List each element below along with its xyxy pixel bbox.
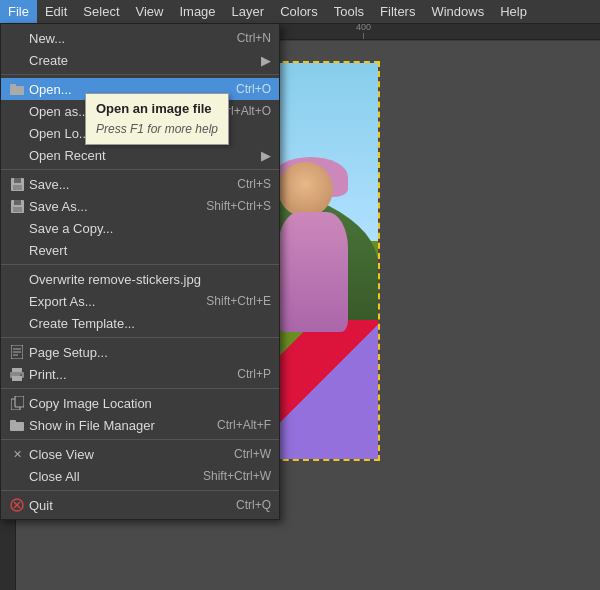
ruler-mark-400: 400 xyxy=(356,24,371,39)
save-shortcut: Ctrl+S xyxy=(237,177,271,191)
tooltip-hint: Press F1 for more help xyxy=(96,120,218,139)
show-manager-icon xyxy=(7,419,27,431)
create-arrow: ▶ xyxy=(261,53,271,68)
overwrite-label: Overwrite remove-stickers.jpg xyxy=(29,272,271,287)
menu-item-new[interactable]: New... Ctrl+N xyxy=(1,27,279,49)
show-manager-label: Show in File Manager xyxy=(29,418,197,433)
svg-rect-7 xyxy=(13,207,22,212)
menu-file[interactable]: File xyxy=(0,0,37,23)
open-recent-label: Open Recent xyxy=(29,148,256,163)
menu-select[interactable]: Select xyxy=(75,0,127,23)
svg-rect-19 xyxy=(10,420,16,423)
svg-rect-6 xyxy=(14,200,21,205)
dropdown-section-4: Overwrite remove-stickers.jpg Export As.… xyxy=(1,265,279,338)
menu-item-create[interactable]: Create ▶ xyxy=(1,49,279,71)
print-icon xyxy=(7,368,27,381)
menu-item-save-as[interactable]: Save As... Shift+Ctrl+S xyxy=(1,195,279,217)
menu-item-open-recent[interactable]: Open Recent ▶ xyxy=(1,144,279,166)
menu-item-close-view[interactable]: ✕ Close View Ctrl+W xyxy=(1,443,279,465)
print-shortcut: Ctrl+P xyxy=(237,367,271,381)
create-label: Create xyxy=(29,53,256,68)
close-view-icon: ✕ xyxy=(7,448,27,461)
menu-item-show-manager[interactable]: Show in File Manager Ctrl+Alt+F xyxy=(1,414,279,436)
open-shortcut: Ctrl+O xyxy=(236,82,271,96)
save-as-icon xyxy=(7,200,27,213)
new-shortcut: Ctrl+N xyxy=(237,31,271,45)
menu-item-print[interactable]: Print... Ctrl+P xyxy=(1,363,279,385)
close-all-label: Close All xyxy=(29,469,183,484)
dropdown-section-7: ✕ Close View Ctrl+W Close All Shift+Ctrl… xyxy=(1,440,279,491)
menu-item-save-copy[interactable]: Save a Copy... xyxy=(1,217,279,239)
revert-label: Revert xyxy=(29,243,271,258)
figure-face xyxy=(278,162,333,217)
export-as-label: Export As... xyxy=(29,294,186,309)
dropdown-section-6: Copy Image Location Show in File Manager… xyxy=(1,389,279,440)
svg-rect-3 xyxy=(14,178,21,183)
copy-location-icon xyxy=(7,396,27,410)
copy-location-label: Copy Image Location xyxy=(29,396,271,411)
menu-item-save[interactable]: Save... Ctrl+S xyxy=(1,173,279,195)
menu-item-create-template[interactable]: Create Template... xyxy=(1,312,279,334)
new-label: New... xyxy=(29,31,217,46)
save-icon xyxy=(7,178,27,191)
svg-rect-15 xyxy=(20,374,22,376)
quit-label: Quit xyxy=(29,498,216,513)
menu-item-export-as[interactable]: Export As... Shift+Ctrl+E xyxy=(1,290,279,312)
dropdown-section-1: New... Ctrl+N Create ▶ xyxy=(1,24,279,75)
open-icon xyxy=(7,83,27,95)
menu-layer[interactable]: Layer xyxy=(224,0,273,23)
menu-colors[interactable]: Colors xyxy=(272,0,326,23)
menu-item-copy-location[interactable]: Copy Image Location xyxy=(1,392,279,414)
quit-shortcut: Ctrl+Q xyxy=(236,498,271,512)
quit-icon xyxy=(7,498,27,512)
save-as-shortcut: Shift+Ctrl+S xyxy=(206,199,271,213)
open-recent-arrow: ▶ xyxy=(261,148,271,163)
menu-item-quit[interactable]: Quit Ctrl+Q xyxy=(1,494,279,516)
dropdown-section-3: Save... Ctrl+S Save As... Shift+Ctrl+S S… xyxy=(1,170,279,265)
close-view-label: Close View xyxy=(29,447,214,462)
svg-rect-0 xyxy=(10,86,24,95)
show-manager-shortcut: Ctrl+Alt+F xyxy=(217,418,271,432)
menu-item-close-all[interactable]: Close All Shift+Ctrl+W xyxy=(1,465,279,487)
tooltip: Open an image file Press F1 for more hel… xyxy=(85,93,229,145)
page-setup-icon xyxy=(7,345,27,359)
menu-item-revert[interactable]: Revert xyxy=(1,239,279,261)
menu-view[interactable]: View xyxy=(128,0,172,23)
menu-filters[interactable]: Filters xyxy=(372,0,423,23)
menu-help[interactable]: Help xyxy=(492,0,535,23)
menu-edit[interactable]: Edit xyxy=(37,0,75,23)
menu-bar: File Edit Select View Image Layer Colors… xyxy=(0,0,600,24)
save-label: Save... xyxy=(29,177,217,192)
menu-item-page-setup[interactable]: Page Setup... xyxy=(1,341,279,363)
export-as-shortcut: Shift+Ctrl+E xyxy=(206,294,271,308)
tooltip-title: Open an image file xyxy=(96,99,218,120)
svg-rect-18 xyxy=(10,422,24,431)
close-view-shortcut: Ctrl+W xyxy=(234,447,271,461)
close-all-shortcut: Shift+Ctrl+W xyxy=(203,469,271,483)
figure-head xyxy=(278,162,333,217)
svg-rect-14 xyxy=(12,376,22,381)
create-template-label: Create Template... xyxy=(29,316,271,331)
svg-rect-1 xyxy=(10,84,16,87)
menu-tools[interactable]: Tools xyxy=(326,0,372,23)
page-setup-label: Page Setup... xyxy=(29,345,271,360)
dropdown-section-8: Quit Ctrl+Q xyxy=(1,491,279,519)
menu-image[interactable]: Image xyxy=(171,0,223,23)
dropdown-section-5: Page Setup... Print... Ctrl+P xyxy=(1,338,279,389)
save-copy-label: Save a Copy... xyxy=(29,221,271,236)
save-as-label: Save As... xyxy=(29,199,186,214)
svg-rect-17 xyxy=(15,396,24,407)
menu-windows[interactable]: Windows xyxy=(423,0,492,23)
menu-item-overwrite[interactable]: Overwrite remove-stickers.jpg xyxy=(1,268,279,290)
figure-body xyxy=(278,212,348,332)
print-label: Print... xyxy=(29,367,217,382)
svg-rect-4 xyxy=(13,185,22,190)
